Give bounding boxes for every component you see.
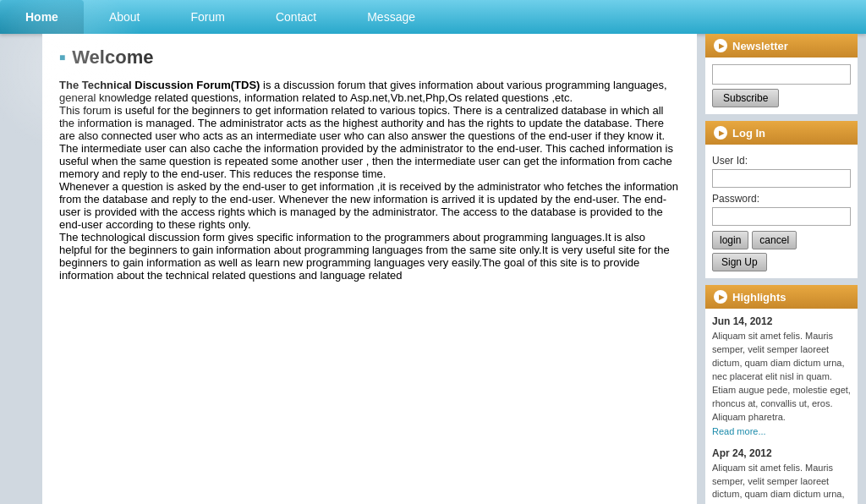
highlight-entry-2: Apr 24, 2012 Aliquam sit amet felis. Mau… <box>712 447 851 504</box>
login-widget: Log In User Id: Password: login cancel S… <box>705 121 858 278</box>
content-area: Welcome The Technical Discussion Forum(T… <box>0 34 866 504</box>
page-title: Welcome <box>59 47 680 68</box>
newsletter-input[interactable] <box>712 64 851 85</box>
nav-about[interactable]: About <box>84 0 166 34</box>
subscribe-button[interactable]: Subscribe <box>712 89 779 107</box>
newsletter-body: Subscribe <box>705 58 858 114</box>
newsletter-widget: Newsletter Subscribe <box>705 34 858 114</box>
nav-forum[interactable]: Forum <box>166 0 250 34</box>
password-label: Password: <box>712 193 851 205</box>
highlight-text-1: Aliquam sit amet felis. Mauris semper, v… <box>712 330 851 425</box>
login-buttons: login cancel <box>712 231 851 249</box>
left-decoration <box>8 34 42 504</box>
userid-label: User Id: <box>712 155 851 167</box>
newsletter-header: Newsletter <box>705 34 858 58</box>
newsletter-title: Newsletter <box>732 40 788 52</box>
highlights-body: Jun 14, 2012 Aliquam sit amet felis. Mau… <box>705 309 858 504</box>
userid-input[interactable] <box>712 169 851 188</box>
highlights-widget: Highlights Jun 14, 2012 Aliquam sit amet… <box>705 285 858 504</box>
nav-contact[interactable]: Contact <box>250 0 342 34</box>
highlight-entry-1: Jun 14, 2012 Aliquam sit amet felis. Mau… <box>712 315 851 437</box>
login-body: User Id: Password: login cancel Sign Up <box>705 145 858 278</box>
login-title: Log In <box>732 127 765 140</box>
cancel-button[interactable]: cancel <box>752 231 797 249</box>
middle-right: Welcome The Technical Discussion Forum(T… <box>42 34 858 504</box>
main-content: Welcome The Technical Discussion Forum(T… <box>42 34 697 504</box>
right-sidebar: Newsletter Subscribe Log In User Id: Pas… <box>705 34 858 504</box>
password-input[interactable] <box>712 207 851 226</box>
newsletter-icon <box>714 39 727 52</box>
highlights-title: Highlights <box>732 291 787 304</box>
login-button[interactable]: login <box>712 231 748 249</box>
paragraph-2: This forum is useful for the beginners t… <box>59 104 680 180</box>
highlight-date-2: Apr 24, 2012 <box>712 447 851 459</box>
highlights-icon <box>714 290 727 304</box>
highlight-text-2: Aliquam sit amet felis. Mauris semper, v… <box>712 462 851 504</box>
signup-button[interactable]: Sign Up <box>712 253 767 271</box>
navbar: Home About Forum Contact Message <box>0 0 866 34</box>
login-icon <box>714 126 727 140</box>
forum-name: The Technical Discussion Forum(TDS) <box>59 79 260 91</box>
paragraph-3: Whenever a question is asked by the end-… <box>59 180 680 231</box>
login-header: Log In <box>705 121 858 145</box>
highlight-date-1: Jun 14, 2012 <box>712 315 851 327</box>
nav-message[interactable]: Message <box>342 0 441 34</box>
nav-home[interactable]: Home <box>0 0 84 34</box>
intro-paragraph: The Technical Discussion Forum(TDS) is a… <box>59 79 680 104</box>
paragraph-4: The technological discussion form gives … <box>59 231 680 282</box>
read-more-1[interactable]: Read more... <box>712 426 766 436</box>
highlights-header: Highlights <box>705 285 858 309</box>
